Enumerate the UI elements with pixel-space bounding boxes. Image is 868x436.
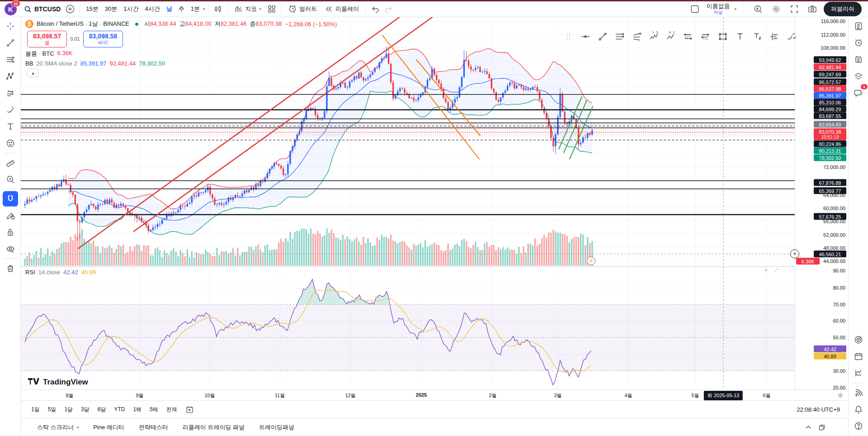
snapshot-button[interactable] xyxy=(806,2,819,16)
buy-button[interactable]: 83,098.58 바이 xyxy=(83,31,123,47)
bb-legend[interactable]: BB 20 SMA close 2 85,391.97 92,481.44 78… xyxy=(25,60,165,67)
replay-button[interactable]: 리플레이 xyxy=(321,2,363,16)
indicators-button[interactable]: 지표 ▾ xyxy=(231,2,265,16)
interval-1분[interactable]: 1분 xyxy=(188,5,203,13)
price-label[interactable]: 6.36K xyxy=(796,258,820,265)
tab-전략테스터[interactable]: 전략테스터 xyxy=(132,421,175,434)
interval-15분[interactable]: 15분 xyxy=(83,5,101,13)
feeds-icon[interactable] xyxy=(851,385,866,400)
symbol-search-button[interactable]: BTCUSD xyxy=(24,5,61,13)
range-1달[interactable]: 1달 xyxy=(60,404,77,415)
tradingview-logo[interactable]: TradingView xyxy=(28,378,88,387)
tab-리플레이 트레이딩 패널[interactable]: 리플레이 트레이딩 패널 xyxy=(176,421,251,434)
crosshair-add-alert-button[interactable]: + xyxy=(790,249,799,258)
interval-dropdown-arrow[interactable]: ▾ xyxy=(203,7,205,11)
emoji-tool-icon[interactable] xyxy=(3,136,18,151)
range-1해[interactable]: 1해 xyxy=(129,404,146,415)
pane-controls[interactable]: ✕ ⤢ xyxy=(764,267,781,273)
range-5해[interactable]: 5해 xyxy=(146,404,162,415)
volume-legend[interactable]: 볼륨 · BTC 6.36K xyxy=(25,50,73,58)
layout-dropdown-arrow[interactable]: ▾ xyxy=(734,7,736,11)
price-label[interactable]: 42.42 xyxy=(814,346,846,352)
tab-Pine 에디터[interactable]: Pine 에디터 xyxy=(87,421,131,434)
price-label[interactable]: 67,876.88 xyxy=(814,179,846,186)
price-label[interactable]: 57,676.25 xyxy=(814,213,846,220)
quick-search-button[interactable] xyxy=(751,2,765,16)
interval-주[interactable]: 주 xyxy=(175,5,188,13)
rsi-legend[interactable]: RSI 14 close 42.42 40.89 xyxy=(25,269,96,276)
help-icon[interactable] xyxy=(851,418,866,434)
price-label[interactable]: 85,310.06 xyxy=(814,99,846,106)
tab-스탁 스크리너[interactable]: 스탁 스크리너▾ xyxy=(31,421,85,434)
price-label[interactable]: 80,224.86 xyxy=(814,141,846,147)
price-label[interactable]: 92,481.44 xyxy=(814,64,846,70)
interval-4시간[interactable]: 4시간 xyxy=(142,5,163,13)
crosshair-tool-icon[interactable] xyxy=(3,19,18,34)
price-label[interactable]: 80,213.31 xyxy=(814,147,846,154)
multi-lines-tool[interactable] xyxy=(629,29,645,44)
projection-tool-icon[interactable] xyxy=(3,85,18,101)
price-label[interactable]: 86,572.57 xyxy=(814,79,846,85)
zoom-in-tool-icon[interactable] xyxy=(3,172,18,187)
horizontal-line-tool[interactable] xyxy=(578,29,593,44)
brush-tool-icon[interactable] xyxy=(3,102,18,117)
hide-drawings-tool-icon[interactable] xyxy=(3,241,18,257)
interval-1시간[interactable]: 1시간 xyxy=(120,5,142,13)
rectangle-tool[interactable] xyxy=(715,29,731,44)
lock-all-tool-icon[interactable] xyxy=(3,225,18,240)
clock-utc[interactable]: 22:08:40 UTC+9 xyxy=(797,406,848,413)
chats-icon[interactable]: 1 xyxy=(851,85,866,101)
price-label[interactable]: 89,247.69 xyxy=(814,71,846,78)
sell-button[interactable]: 83,098.57 셀 xyxy=(27,31,67,47)
range-5일[interactable]: 5일 xyxy=(44,404,61,415)
time-axis[interactable]: 8월9월10월11월12월20252월3월4월5월6월 화 2025-05-13 xyxy=(21,389,795,400)
chart-style-button[interactable] xyxy=(211,2,225,16)
price-label[interactable]: 83,687.55 xyxy=(814,113,846,119)
watchlist-icon[interactable] xyxy=(851,19,866,34)
elliott-correction-tool[interactable]: AC xyxy=(664,29,679,44)
redo-button[interactable] xyxy=(382,2,396,16)
price-label[interactable]: 86,537.98 xyxy=(814,85,846,92)
compare-add-button[interactable] xyxy=(63,2,77,16)
pattern-bars-tool[interactable] xyxy=(767,29,782,44)
screener-radar-icon[interactable] xyxy=(851,332,866,347)
price-label[interactable]: 46,560.21 xyxy=(814,251,846,258)
text-tool[interactable] xyxy=(732,29,748,44)
layout-name-button[interactable]: 이름없음 저장 xyxy=(706,3,730,14)
tab-트레이딩패널[interactable]: 트레이딩패널 xyxy=(253,421,301,434)
price-axis[interactable]: 116,000.00112,000.00108,000.0072,000.006… xyxy=(795,17,848,389)
trend-line-tool-icon[interactable] xyxy=(3,35,18,51)
price-label[interactable]: 83,070.3810:51:19 xyxy=(814,128,846,140)
settings-button[interactable] xyxy=(769,2,783,16)
dashed-pair-2-tool[interactable] xyxy=(698,29,713,44)
text-tool-icon[interactable] xyxy=(3,119,18,134)
undo-button[interactable] xyxy=(368,2,382,16)
alerts-icon[interactable] xyxy=(851,35,866,51)
chart-area[interactable] xyxy=(21,17,795,389)
object-tree-icon[interactable] xyxy=(851,69,866,84)
interval-날[interactable]: 날 xyxy=(163,5,175,13)
user-avatar[interactable]: K 11 xyxy=(5,3,17,15)
range-3달[interactable]: 3달 xyxy=(77,404,94,415)
draw-lock-tool-icon[interactable] xyxy=(3,208,18,223)
indicators-dropdown-arrow[interactable]: ▾ xyxy=(259,7,262,11)
notes-plus-icon[interactable] xyxy=(851,52,866,67)
layout-select-button[interactable] xyxy=(688,2,702,16)
parallel-lines-tool[interactable] xyxy=(612,29,627,44)
price-label[interactable]: 65,369.77 xyxy=(814,188,846,194)
notifications-bell-icon[interactable] xyxy=(851,402,866,417)
range-1일[interactable]: 1일 xyxy=(27,404,44,415)
panel-restore-icon[interactable] xyxy=(818,424,826,431)
price-label[interactable]: 85,391.97 xyxy=(814,92,846,99)
publish-button[interactable]: 퍼블리쉬 xyxy=(824,2,862,16)
range-YTD[interactable]: YTD xyxy=(110,404,129,414)
price-label[interactable]: 83,654.69 xyxy=(814,121,846,128)
panel-collapse-icon[interactable] xyxy=(805,424,812,431)
anchored-text-tool[interactable] xyxy=(750,29,765,44)
fullscreen-button[interactable] xyxy=(788,2,801,16)
measure-tool-icon[interactable] xyxy=(3,155,18,170)
horizontal-line-tool-icon[interactable] xyxy=(3,52,18,67)
goto-date-button[interactable] xyxy=(183,403,197,416)
remove-drawings-tool-icon[interactable] xyxy=(3,261,18,276)
brush-check-tool[interactable] xyxy=(784,29,799,44)
